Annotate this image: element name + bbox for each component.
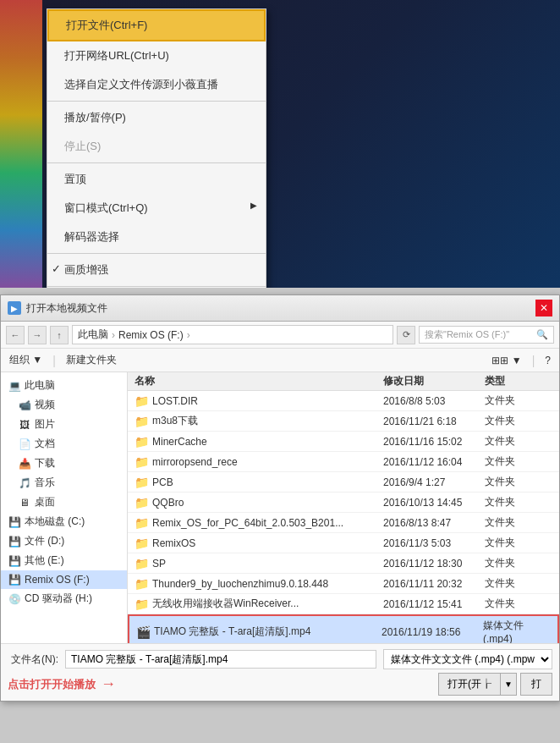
- tree-icon-desktop: 🖥: [18, 496, 31, 509]
- up-button[interactable]: ↑: [50, 326, 69, 344]
- view-button[interactable]: ⊞⊞ ▼: [488, 353, 524, 368]
- file-type-text: 文件夹: [485, 475, 552, 489]
- file-row[interactable]: 🎬TIAMO 完整版 - T-ara[超清版].mp42016/11/19 18…: [128, 614, 559, 643]
- file-type-text: 文件夹: [485, 556, 552, 570]
- hint-text: 点击打开开始播放: [8, 677, 96, 692]
- video-icon: 🎬: [136, 625, 151, 639]
- folder-icon: 📁: [135, 394, 149, 408]
- tree-item-local-c[interactable]: 💾本地磁盘 (C:): [1, 512, 127, 531]
- forward-button[interactable]: →: [28, 326, 47, 344]
- new-folder-button[interactable]: 新建文件夹: [63, 351, 120, 369]
- menu-item-top[interactable]: 置顶: [47, 165, 266, 194]
- dialog-titlebar: ▶ 打开本地视频文件 ✕: [1, 295, 559, 322]
- header-date[interactable]: 修改日期: [383, 374, 485, 388]
- file-name-cell: 📁无线收用端接收器WinReceiver...: [135, 597, 383, 611]
- file-list-header: 名称 修改日期 类型: [128, 372, 559, 391]
- file-date-text: 2016/11/12 18:30: [383, 558, 485, 570]
- toolbar: 组织 ▼ | 新建文件夹 ⊞⊞ ▼ | ?: [1, 349, 559, 372]
- menu-item-play-pause[interactable]: 播放/暂停(P): [47, 103, 266, 132]
- tree-icon-remix-f: 💾: [8, 573, 21, 586]
- file-name-cell: 📁LOST.DIR: [135, 394, 383, 408]
- tree-icon-pictures: 🖼: [18, 418, 31, 432]
- search-box[interactable]: 搜索"Remix OS (F:)" 🔍: [419, 326, 554, 344]
- menu-divider: [47, 162, 266, 163]
- tree-label-other-e: 其他 (E:): [25, 553, 64, 568]
- open-dropdown-button[interactable]: ▼: [500, 673, 517, 696]
- dialog-icon: ▶: [8, 301, 21, 315]
- header-name[interactable]: 名称: [135, 374, 383, 388]
- file-type-text: 文件夹: [485, 394, 552, 408]
- file-row[interactable]: 📁PCB2016/9/4 1:27文件夹: [128, 472, 559, 493]
- file-name-cell: 📁MinerCache: [135, 435, 383, 449]
- tree-item-pictures[interactable]: 🖼图片: [1, 415, 127, 434]
- tree-item-docs[interactable]: 📄文档: [1, 434, 127, 454]
- file-name-cell: 📁Remix_OS_for_PC_64bit_2.0.503_B201...: [135, 516, 383, 530]
- folder-icon: 📁: [135, 577, 149, 591]
- address-path[interactable]: 此电脑 › Remix OS (F:) ›: [72, 325, 393, 344]
- tree-panel: 💻此电脑📹视频🖼图片📄文档📥下载🎵音乐🖥桌面💾本地磁盘 (C:)💾文件 (D:)…: [1, 372, 128, 643]
- menu-item-enhance[interactable]: 画质增强: [47, 256, 266, 284]
- menu-item-open-file[interactable]: 打开文件(Ctrl+F): [47, 9, 266, 41]
- tree-item-file-d[interactable]: 💾文件 (D:): [1, 531, 127, 551]
- tree-icon-docs: 📄: [18, 438, 31, 451]
- tree-item-downloads[interactable]: 📥下载: [1, 454, 127, 473]
- file-row[interactable]: 📁LOST.DIR2016/8/8 5:03文件夹: [128, 391, 559, 411]
- file-name-text: QQBro: [152, 497, 184, 509]
- tree-item-this-pc[interactable]: 💻此电脑: [1, 376, 127, 395]
- file-date-text: 2016/10/13 14:45: [383, 497, 485, 509]
- folder-icon: 📁: [135, 415, 149, 428]
- menu-item-window-mode[interactable]: 窗口模式(Ctrl+Q): [47, 194, 266, 223]
- file-type-text: 媒体文件 (.mp4): [483, 619, 551, 643]
- organize-button[interactable]: 组织 ▼: [6, 351, 46, 369]
- view-icon: ⊞⊞: [491, 355, 508, 366]
- filetype-select[interactable]: 媒体文件文文文件 (.mp4) (.mpw: [383, 649, 552, 669]
- menu-item-stop[interactable]: 停止(S): [47, 132, 266, 161]
- player-background: 打开文件(Ctrl+F)打开网络URL(Ctrl+U)选择自定义文件传源到小薇直…: [0, 0, 560, 288]
- search-icon: 🔍: [536, 329, 548, 340]
- address-bar: ← → ↑ 此电脑 › Remix OS (F:) › ⟳ 搜索"Remix O…: [1, 322, 559, 349]
- tree-item-video[interactable]: 📹视频: [1, 395, 127, 415]
- tree-item-music[interactable]: 🎵音乐: [1, 473, 127, 493]
- file-row[interactable]: 📁RemixOS2016/11/3 5:03文件夹: [128, 533, 559, 553]
- menu-item-select-source[interactable]: 选择自定义文件传源到小薇直播: [47, 70, 266, 99]
- file-type-text: 文件夹: [485, 515, 552, 530]
- arrow-right-icon: →: [101, 675, 116, 693]
- tree-label-remix-f: Remix OS (F:): [25, 574, 90, 586]
- file-row[interactable]: 📁m3u8下载2016/11/21 6:18文件夹: [128, 411, 559, 432]
- file-name-text: 无线收用端接收器WinReceiver...: [152, 597, 299, 611]
- header-type[interactable]: 类型: [485, 374, 552, 388]
- file-row[interactable]: 📁SP2016/11/12 18:30文件夹: [128, 553, 559, 574]
- file-date-text: 2016/11/16 15:02: [383, 436, 485, 448]
- file-date-text: 2016/8/13 8:47: [383, 517, 485, 529]
- file-row[interactable]: 📁MinerCache2016/11/16 15:02文件夹: [128, 432, 559, 452]
- button-group: 打开(开┟ ▼ 打: [438, 673, 552, 696]
- menu-item-decoder[interactable]: 解码器选择: [47, 223, 266, 251]
- filename-input[interactable]: [65, 650, 376, 669]
- open-button[interactable]: 打开(开┟: [438, 673, 500, 696]
- dialog-title-left: ▶ 打开本地视频文件: [8, 301, 107, 316]
- cancel-button[interactable]: 打: [520, 673, 552, 696]
- context-menu: 打开文件(Ctrl+F)打开网络URL(Ctrl+U)选择自定义文件传源到小薇直…: [47, 8, 266, 288]
- dialog-content: 💻此电脑📹视频🖼图片📄文档📥下载🎵音乐🖥桌面💾本地磁盘 (C:)💾文件 (D:)…: [1, 372, 559, 643]
- back-button[interactable]: ←: [6, 326, 25, 344]
- tree-item-desktop[interactable]: 🖥桌面: [1, 493, 127, 512]
- file-name-text: MinerCache: [152, 436, 207, 448]
- folder-icon: 📁: [135, 557, 149, 570]
- menu-item-open-url[interactable]: 打开网络URL(Ctrl+U): [47, 41, 266, 70]
- tree-item-remix-f[interactable]: 💾Remix OS (F:): [1, 570, 127, 589]
- folder-icon: 📁: [135, 496, 149, 509]
- file-row[interactable]: 📁QQBro2016/10/13 14:45文件夹: [128, 493, 559, 513]
- tree-item-cd-h[interactable]: 💿CD 驱动器 (H:): [1, 589, 127, 608]
- refresh-button[interactable]: ⟳: [397, 326, 415, 344]
- tree-label-pictures: 图片: [35, 417, 55, 432]
- help-button[interactable]: ?: [541, 353, 554, 368]
- dialog-close-button[interactable]: ✕: [535, 300, 552, 316]
- file-row[interactable]: 📁mirroropsend_rece2016/11/12 16:04文件夹: [128, 452, 559, 472]
- filename-row: 文件名(N): 媒体文件文文文件 (.mp4) (.mpw: [8, 649, 552, 669]
- file-row[interactable]: 📁无线收用端接收器WinReceiver...2016/11/12 15:41文…: [128, 594, 559, 614]
- tree-icon-other-e: 💾: [8, 554, 21, 568]
- file-row[interactable]: 📁Thunder9_by_luochenzhimu9.0.18.4482016/…: [128, 574, 559, 594]
- file-row[interactable]: 📁Remix_OS_for_PC_64bit_2.0.503_B201...20…: [128, 513, 559, 533]
- tree-item-other-e[interactable]: 💾其他 (E:): [1, 551, 127, 570]
- tree-icon-this-pc: 💻: [8, 379, 21, 393]
